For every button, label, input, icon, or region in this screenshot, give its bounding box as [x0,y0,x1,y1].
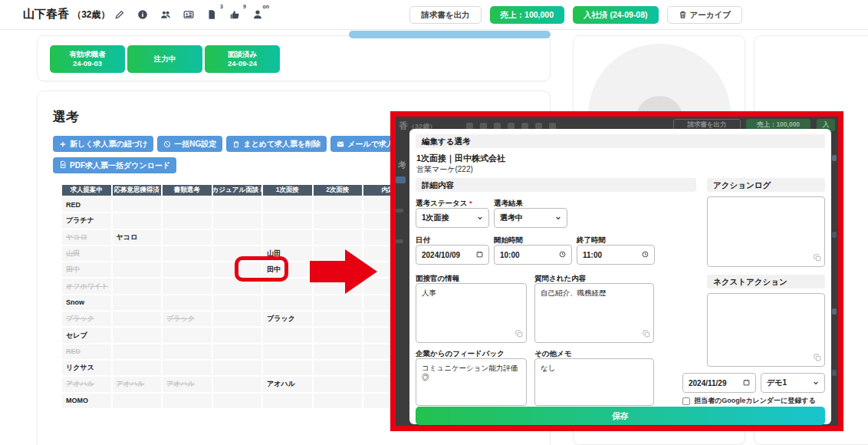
table-cell [314,394,363,408]
questions-textarea[interactable]: 自己紹介、職務経歴 [534,283,654,343]
dimmed-bg-text: 考 [398,160,406,171]
table-cell[interactable]: ブラック [163,312,212,326]
table-column-header: 求人提案中 [62,185,111,196]
header-actions: 請求書を出力 売上：100,000 入社済 (24-09-08) アーカイブ [409,6,742,24]
table-cell [263,230,312,245]
selection-action-buttons-row2: PDF求人票一括ダウンロード [53,157,176,173]
table-cell [113,279,162,293]
action-button-0[interactable]: 新しく求人票の紐づけ [53,136,153,152]
table-cell[interactable]: アオハル [163,377,212,391]
horizontal-scrollbar[interactable] [349,31,551,38]
table-column-header: 応募意思獲得済 [113,185,162,196]
copy-icon[interactable] [814,254,821,264]
action-button-2[interactable]: まとめて求人票を削除 [226,136,327,152]
table-cell [163,344,212,359]
save-button[interactable]: 保存 [416,407,825,425]
dimmed-bg-fragment [396,239,403,243]
next-action-textarea[interactable] [707,293,825,367]
next-action-section-header: ネクストアクション [707,275,825,288]
table-cell[interactable]: プラチナ [62,213,111,228]
action-log-section-header: アクションログ [707,178,825,192]
table-cell[interactable]: リクサス [62,361,111,375]
table-cell [213,394,262,408]
table-cell[interactable]: セレブ [62,328,111,342]
table-cell [213,361,262,375]
user-icon[interactable]: on [252,8,264,21]
dimmed-bg-fragment [396,176,406,183]
table-cell [163,197,212,212]
end-time-input[interactable]: 11:00 [577,245,655,265]
candidate-name-text: 山下春香 [23,7,69,20]
table-cell [163,262,212,277]
copy-icon[interactable] [643,330,650,340]
id-card-icon[interactable] [182,8,195,21]
badge-line1: 有効求職者 [69,50,106,59]
table-cell [263,344,312,359]
table-cell [314,377,363,391]
table-cell[interactable]: 田中 [62,262,111,277]
table-cell [163,328,212,342]
hired-status-button[interactable]: 入社済 (24-09-08) [573,6,658,24]
plus-icon [59,140,67,148]
table-cell [163,279,212,293]
table-cell [263,361,312,375]
table-cell[interactable]: アオハル [113,377,162,391]
feedback-textarea[interactable]: コミュニケーション能力評価◎ [416,358,527,406]
action-log-textarea[interactable] [707,196,825,267]
table-cell[interactable]: RED [62,344,111,359]
table-cell [314,197,363,212]
status-select[interactable]: 1次面接 [416,208,489,228]
start-time-input[interactable]: 10:00 [494,245,572,265]
table-cell [263,394,312,408]
status-badge[interactable]: 注力中 [127,45,202,73]
table-column-header: カジュアル面談 / [213,185,262,196]
table-cell [163,295,212,310]
sales-amount-button[interactable]: 売上：100,000 [490,6,564,24]
memo-textarea[interactable]: なし [534,358,654,406]
table-cell[interactable]: Snow [62,295,111,310]
table-cell[interactable]: ブラック [263,312,312,326]
table-cell[interactable]: RED [62,197,111,212]
dimmed-bg-fragment [832,155,837,161]
info-icon[interactable] [136,8,149,21]
dimmed-bg-fragment [832,232,837,238]
dialog-header: 編集する選考 [416,134,825,148]
status-card: 有効求職者24-09-03注力中面談済み24-09-24 [37,35,551,81]
result-select[interactable]: 選考中 [494,208,567,228]
table-cell[interactable]: アオハル [62,377,111,391]
table-cell [263,295,312,310]
status-badge[interactable]: 有効求職者24-09-03 [50,45,125,73]
action-button-1[interactable]: 一括NG設定 [157,136,222,152]
thumbs-up-icon[interactable]: 9 [229,8,241,21]
table-column-header: 1次面接 [263,185,312,196]
candidate-icon-row: 39on [113,8,264,21]
dimmed-bg-fragment [832,370,837,376]
table-cell [263,213,312,228]
document-icon[interactable]: 3 [205,8,218,21]
table-cell[interactable]: ブラック [62,312,111,326]
chevron-down-icon [477,214,483,222]
next-action-date-input[interactable]: 2024/11/29 [682,373,756,393]
status-badge[interactable]: 面談済み24-09-24 [205,45,280,73]
pdf-doc-icon [59,160,67,170]
edit-icon[interactable] [113,8,126,21]
gcal-checkbox[interactable] [682,397,690,405]
assignee-select[interactable]: デモ1 [761,373,825,393]
table-cell[interactable]: ヤコロ [62,230,111,245]
table-cell[interactable]: MOMO [62,394,111,408]
table-cell[interactable]: アオハル [263,377,312,391]
table-cell [314,312,363,326]
interviewer-textarea[interactable]: 人事 [416,283,527,343]
table-cell[interactable]: オフホワイト [62,279,111,293]
icon-count-badge: on [262,4,269,9]
table-cell [163,246,212,261]
pdf-download-button[interactable]: PDF求人票一括ダウンロード [53,157,176,173]
table-cell[interactable]: ヤコロ [113,230,162,245]
table-cell[interactable]: 山田 [62,246,111,261]
invoice-output-button[interactable]: 請求書を出力 [409,6,481,24]
copy-icon[interactable] [814,354,821,364]
date-input[interactable]: 2024/10/09 [416,245,489,265]
users-icon[interactable] [159,8,172,21]
copy-icon[interactable] [515,330,523,340]
archive-button[interactable]: アーカイブ [667,6,742,24]
